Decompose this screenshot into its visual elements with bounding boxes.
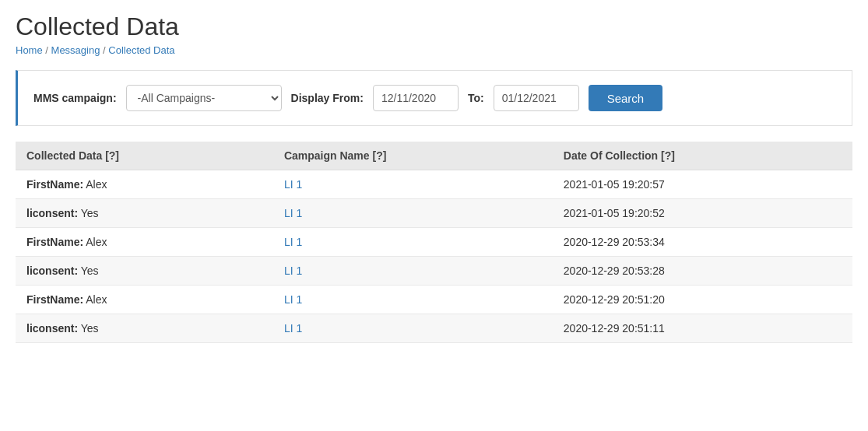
filter-panel: MMS campaign: -All Campaigns- Display Fr… — [16, 70, 852, 126]
cell-date-of-collection: 2020-12-29 20:53:34 — [553, 228, 852, 257]
breadcrumb-collected-data[interactable]: Collected Data — [108, 44, 174, 56]
table-row: liconsent: YesLI 12021-01-05 19:20:52 — [16, 199, 852, 228]
campaign-link[interactable]: LI 1 — [284, 207, 302, 219]
table-body: FirstName: AlexLI 12021-01-05 19:20:57li… — [16, 170, 852, 343]
col-collected-data: Collected Data [?] — [16, 142, 273, 170]
breadcrumb-messaging[interactable]: Messaging — [51, 44, 100, 56]
collected-data-value: Alex — [83, 293, 107, 306]
cell-campaign-name: LI 1 — [273, 228, 553, 257]
cell-collected-data: liconsent: Yes — [16, 257, 273, 286]
campaign-link[interactable]: LI 1 — [284, 322, 302, 335]
table-row: liconsent: YesLI 12020-12-29 20:53:28 — [16, 257, 852, 286]
search-button[interactable]: Search — [589, 85, 663, 111]
cell-campaign-name: LI 1 — [273, 314, 553, 343]
col-campaign-name: Campaign Name [?] — [273, 142, 553, 170]
cell-collected-data: FirstName: Alex — [16, 286, 273, 314]
breadcrumb-home[interactable]: Home — [16, 44, 43, 56]
collected-data-value: Yes — [78, 322, 98, 335]
collected-data-value: Alex — [83, 236, 107, 248]
collected-data-bold: liconsent: — [26, 322, 78, 335]
to-label: To: — [468, 92, 484, 104]
collected-data-value: Alex — [83, 178, 107, 191]
table-row: FirstName: AlexLI 12020-12-29 20:53:34 — [16, 228, 852, 257]
cell-collected-data: FirstName: Alex — [16, 228, 273, 257]
cell-date-of-collection: 2020-12-29 20:53:28 — [553, 257, 852, 286]
cell-collected-data: liconsent: Yes — [16, 199, 273, 228]
campaign-link[interactable]: LI 1 — [284, 178, 302, 191]
breadcrumb: Home / Messaging / Collected Data — [16, 44, 852, 56]
collected-data-value: Yes — [78, 207, 98, 219]
collected-data-bold: liconsent: — [26, 265, 78, 277]
cell-campaign-name: LI 1 — [273, 199, 553, 228]
collected-data-value: Yes — [78, 265, 98, 277]
cell-date-of-collection: 2021-01-05 19:20:57 — [553, 170, 852, 199]
col-date-of-collection: Date Of Collection [?] — [553, 142, 852, 170]
campaign-link[interactable]: LI 1 — [284, 265, 302, 277]
cell-collected-data: liconsent: Yes — [16, 314, 273, 343]
campaign-select[interactable]: -All Campaigns- — [126, 85, 282, 111]
table-row: FirstName: AlexLI 12021-01-05 19:20:57 — [16, 170, 852, 199]
collected-data-bold: FirstName: — [26, 236, 83, 248]
date-to-input[interactable] — [494, 85, 579, 111]
cell-collected-data: FirstName: Alex — [16, 170, 273, 199]
campaign-link[interactable]: LI 1 — [284, 293, 302, 306]
cell-date-of-collection: 2020-12-29 20:51:20 — [553, 286, 852, 314]
table-row: liconsent: YesLI 12020-12-29 20:51:11 — [16, 314, 852, 343]
mms-campaign-label: MMS campaign: — [33, 92, 117, 104]
cell-date-of-collection: 2020-12-29 20:51:11 — [553, 314, 852, 343]
collected-data-bold: FirstName: — [26, 293, 83, 306]
cell-campaign-name: LI 1 — [273, 257, 553, 286]
collected-data-bold: liconsent: — [26, 207, 78, 219]
collected-data-bold: FirstName: — [26, 178, 83, 191]
display-from-label: Display From: — [291, 92, 364, 104]
cell-campaign-name: LI 1 — [273, 170, 553, 199]
cell-date-of-collection: 2021-01-05 19:20:52 — [553, 199, 852, 228]
campaign-link[interactable]: LI 1 — [284, 236, 302, 248]
table-row: FirstName: AlexLI 12020-12-29 20:51:20 — [16, 286, 852, 314]
page-title: Collected Data — [16, 12, 852, 41]
table-header: Collected Data [?] Campaign Name [?] Dat… — [16, 142, 852, 170]
date-from-input[interactable] — [373, 85, 459, 111]
cell-campaign-name: LI 1 — [273, 286, 553, 314]
collected-data-table: Collected Data [?] Campaign Name [?] Dat… — [16, 142, 852, 343]
